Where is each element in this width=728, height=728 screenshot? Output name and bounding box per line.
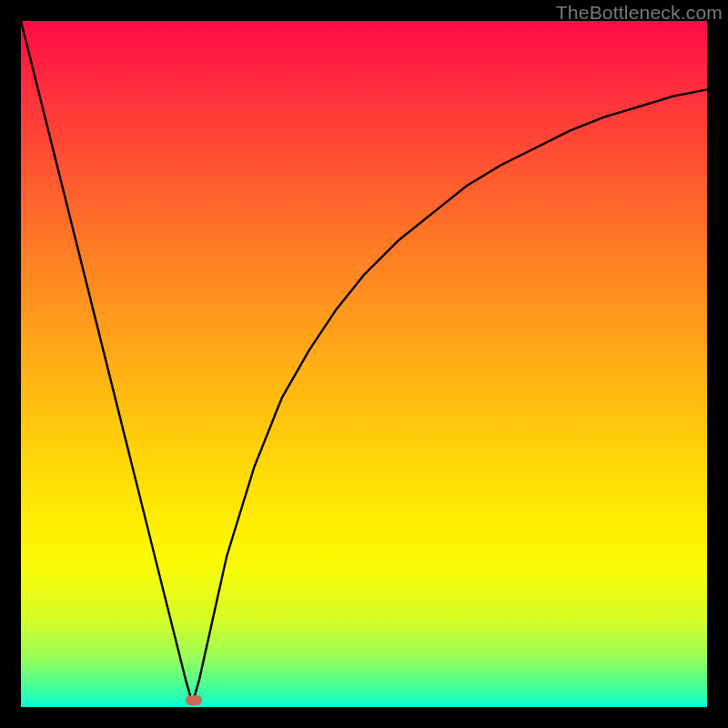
bottleneck-curve	[21, 21, 707, 707]
plot-area	[21, 21, 707, 707]
minimum-marker	[186, 695, 202, 705]
curve-path	[21, 21, 707, 703]
